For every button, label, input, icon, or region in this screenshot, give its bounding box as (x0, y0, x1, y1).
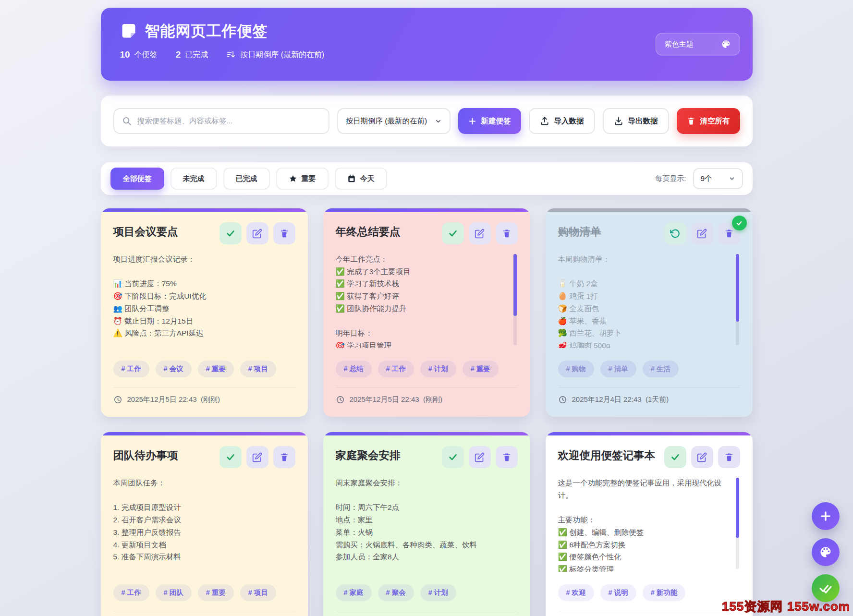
complete-button[interactable] (219, 446, 242, 468)
tag: # 生活 (643, 361, 679, 377)
delete-button[interactable] (273, 446, 295, 468)
delete-button[interactable] (718, 446, 740, 468)
page-title: 智能网页工作便签 (145, 21, 268, 41)
trash-icon (502, 229, 512, 238)
note-card-year-summary: 年终总结要点 今年工作亮点： ✅ 完成了3个主要项目 ✅ 学习了新技术栈 ✅ 获… (323, 208, 530, 417)
import-button[interactable]: 导入数据 (529, 108, 595, 134)
note-content: 项目进度汇报会议记录： 📊 当前进度：75% 🎯 下阶段目标：完成UI优化 👥 … (113, 253, 295, 339)
sort-order-label: 按日期倒序 (最新的在前) (240, 50, 324, 60)
tag-list: # 欢迎 # 说明 # 新功能 (558, 584, 740, 601)
chevron-down-icon (729, 175, 735, 182)
check-icon (670, 452, 681, 462)
tag: # 家庭 (336, 584, 372, 601)
edit-button[interactable] (469, 446, 491, 468)
edit-button[interactable] (691, 222, 713, 244)
edit-button[interactable] (691, 446, 713, 468)
note-card-family-gathering: 家庭聚会安排 周末家庭聚会安排： 时间：周六下午2点 地点：家里 菜单：火锅 需… (323, 432, 530, 616)
note-card-welcome: 欢迎使用便签记事本 这是一个功能完整的便签记事应用，采用现代化设计。 主要功能：… (546, 432, 753, 616)
notes-count-label: 个便签 (134, 50, 158, 60)
edit-button[interactable] (246, 446, 268, 468)
delete-button[interactable] (496, 446, 518, 468)
tag: # 说明 (600, 584, 636, 601)
filter-important-label: 重要 (302, 174, 316, 183)
clear-all-button[interactable]: 清空所有 (677, 108, 740, 134)
filter-tab-all[interactable]: 全部便签 (110, 168, 164, 190)
per-page-select[interactable]: 9个 (693, 168, 743, 189)
new-note-button[interactable]: 新建便签 (458, 108, 521, 134)
site-watermark: 155资源网 155w.com (722, 598, 850, 615)
filter-tab-important[interactable]: 重要 (276, 168, 329, 190)
download-icon (614, 116, 623, 126)
filter-tabs: 全部便签 未完成 已完成 重要 今天 (110, 168, 387, 190)
star-icon (289, 174, 297, 183)
tag: # 会议 (156, 361, 192, 377)
edit-icon (252, 229, 262, 239)
tag-list: # 工作 # 团队 # 重要 # 项目 (113, 584, 295, 601)
note-date-text: 2025年12月4日 22:43 (1天前) (572, 395, 669, 404)
sort-select[interactable]: 按日期倒序 (最新的在前) (337, 108, 451, 134)
filter-tab-today[interactable]: 今天 (335, 168, 387, 190)
note-date: 2025年12月4日 22:43 (1天前) (558, 395, 740, 404)
complete-button[interactable] (442, 222, 464, 244)
filter-tab-done[interactable]: 已完成 (223, 168, 270, 190)
filter-tab-undone[interactable]: 未完成 (171, 168, 217, 190)
filter-bar: 全部便签 未完成 已完成 重要 今天 每页显示: 9个 (101, 162, 753, 195)
floating-actions (812, 502, 840, 602)
note-content: 这是一个功能完整的便签记事应用，采用现代化设计。 主要功能： ✅ 创建、编辑、删… (558, 477, 740, 572)
content-scrollbar[interactable] (513, 254, 517, 345)
card-accent-bar (546, 432, 753, 435)
divider (336, 387, 518, 387)
complete-button[interactable] (442, 446, 464, 468)
note-content-area: 本周购物清单： 🥛 牛奶 2盒 🥚 鸡蛋 1打 🍞 全麦面包 🍎 苹果、香蕉 🥦… (558, 253, 740, 348)
note-content: 本周团队任务： 1. 完成项目原型设计 2. 召开客户需求会议 3. 整理用户反… (113, 477, 295, 563)
complete-button[interactable] (664, 446, 686, 468)
theme-toggle-button[interactable]: 紫色主题 (656, 33, 740, 56)
sort-select-value: 按日期倒序 (最新的在前) (346, 116, 427, 126)
fab-theme-button[interactable] (812, 538, 840, 566)
card-accent-bar (546, 208, 753, 212)
content-scrollbar[interactable] (736, 478, 739, 569)
search-icon (122, 116, 132, 126)
note-content: 周末家庭聚会安排： 时间：周六下午2点 地点：家里 菜单：火锅 需购买：火锅底料… (336, 477, 518, 563)
plus-icon (819, 510, 832, 522)
note-title: 年终总结要点 (336, 224, 401, 239)
tag: # 计划 (420, 584, 456, 601)
per-page-value: 9个 (701, 174, 712, 184)
note-card-team-todo: 团队待办事项 本周团队任务： 1. 完成项目原型设计 2. 召开客户需求会议 3… (101, 432, 308, 616)
export-button[interactable]: 导出数据 (603, 108, 669, 134)
note-content: 本周购物清单： 🥛 牛奶 2盒 🥚 鸡蛋 1打 🍞 全麦面包 🍎 苹果、香蕉 🥦… (558, 253, 740, 348)
restore-button[interactable] (664, 222, 686, 244)
filter-undone-label: 未完成 (183, 174, 205, 183)
note-content-area: 这是一个功能完整的便签记事应用，采用现代化设计。 主要功能： ✅ 创建、编辑、删… (558, 477, 740, 572)
content-scrollbar[interactable] (736, 254, 739, 345)
app-header: 智能网页工作便签 10 个便签 2 已完成 按日期倒序 (最新的在前) 紫色主题 (101, 8, 753, 81)
upload-icon (540, 116, 549, 126)
check-icon (448, 452, 458, 462)
palette-icon (721, 39, 731, 49)
note-date: 2025年12月5日 22:43 (刚刚) (113, 395, 295, 404)
completed-count-value: 2 (176, 49, 181, 60)
tag: # 工作 (113, 361, 149, 377)
delete-button[interactable] (496, 222, 518, 244)
edit-button[interactable] (469, 222, 491, 244)
note-title: 家庭聚会安排 (336, 448, 401, 463)
complete-button[interactable] (219, 222, 242, 244)
notes-count-value: 10 (120, 49, 130, 60)
filter-today-label: 今天 (360, 174, 375, 183)
fab-add-note-button[interactable] (812, 502, 840, 530)
palette-icon (819, 545, 832, 559)
delete-button[interactable] (273, 222, 295, 244)
edit-icon (475, 229, 485, 239)
edit-button[interactable] (246, 222, 268, 244)
calendar-icon (347, 174, 356, 183)
completed-count-stat: 2 已完成 (176, 49, 208, 60)
toolbar: 按日期倒序 (最新的在前) 新建便签 导入数据 导出数据 清空所有 (101, 96, 753, 146)
check-icon (448, 228, 458, 239)
note-title: 购物清单 (558, 224, 601, 239)
tag: # 团队 (156, 584, 192, 601)
notes-count-stat: 10 个便签 (120, 49, 158, 60)
note-card-project-meeting: 项目会议要点 项目进度汇报会议记录： 📊 当前进度：75% 🎯 下阶段目标：完成… (101, 208, 308, 417)
search-input[interactable] (136, 116, 321, 126)
tag: # 重要 (198, 584, 234, 601)
sort-order-status: 按日期倒序 (最新的在前) (226, 50, 324, 60)
